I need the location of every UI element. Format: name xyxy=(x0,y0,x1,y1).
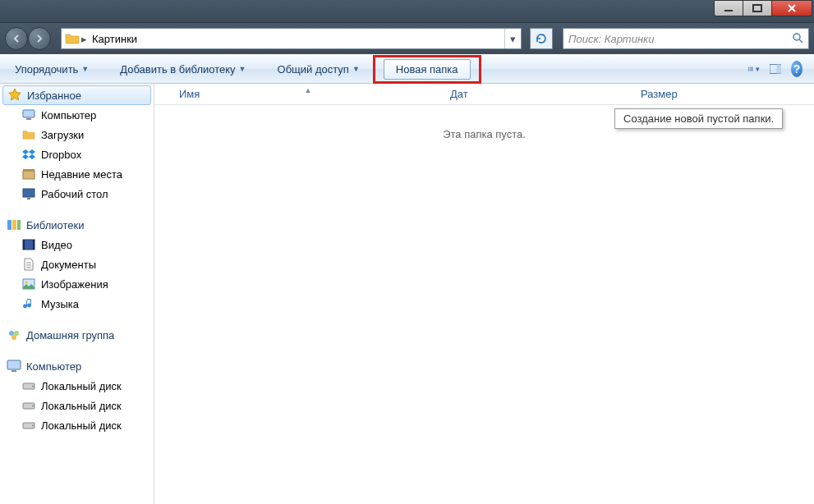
document-icon xyxy=(21,257,36,272)
sidebar-item-local-disk-2[interactable]: Локальный диск xyxy=(0,415,154,435)
folder-icon xyxy=(21,127,36,142)
forward-button[interactable] xyxy=(28,27,51,50)
toolbar: Упорядочить▼ Добавить в библиотеку▼ Общи… xyxy=(0,54,814,84)
svg-rect-30 xyxy=(11,370,16,372)
homegroup-heading[interactable]: Домашняя группа xyxy=(0,325,154,345)
libraries-icon xyxy=(7,218,21,232)
empty-folder-message: Эта папка пуста. xyxy=(154,128,814,140)
help-button[interactable]: ? xyxy=(788,60,806,78)
new-folder-tooltip: Создание новой пустой папки. xyxy=(614,108,783,129)
homegroup-icon xyxy=(7,328,21,342)
share-menu[interactable]: Общий доступ▼ xyxy=(271,60,366,79)
svg-point-2 xyxy=(793,34,800,40)
help-icon: ? xyxy=(791,61,803,77)
column-headers: Имя ▲ Дат Размер xyxy=(154,84,814,105)
address-bar[interactable]: ▸ Картинки ▾ xyxy=(61,28,522,49)
close-button[interactable] xyxy=(771,0,812,16)
sidebar-item-recent[interactable]: Недавние места xyxy=(0,164,154,184)
sidebar-item-music[interactable]: Музыка xyxy=(0,294,154,314)
add-to-library-menu[interactable]: Добавить в библиотеку▼ xyxy=(113,60,252,79)
breadcrumb[interactable]: Картинки xyxy=(89,33,140,45)
preview-pane-button[interactable] xyxy=(766,60,784,78)
svg-line-3 xyxy=(799,39,803,43)
svg-rect-0 xyxy=(724,10,733,11)
svg-rect-29 xyxy=(7,360,21,369)
body: Избранное Компьютер Загрузки Dropbox Нед… xyxy=(0,84,814,504)
titlebar xyxy=(0,0,814,23)
svg-rect-4 xyxy=(748,67,749,68)
sidebar-item-pictures[interactable]: Изображения xyxy=(0,274,154,294)
window-controls xyxy=(715,0,812,16)
drive-icon xyxy=(21,398,36,413)
svg-rect-21 xyxy=(23,240,34,250)
drive-icon xyxy=(21,378,36,393)
svg-point-34 xyxy=(32,405,34,407)
search-icon xyxy=(792,32,803,46)
svg-point-36 xyxy=(32,425,34,427)
refresh-button[interactable] xyxy=(530,28,553,49)
svg-rect-9 xyxy=(750,71,753,71)
svg-rect-8 xyxy=(748,71,749,71)
libraries-heading[interactable]: Библиотеки xyxy=(0,215,154,235)
svg-rect-22 xyxy=(23,240,25,250)
svg-rect-19 xyxy=(12,220,16,230)
drive-icon xyxy=(21,418,36,433)
libraries-group: Библиотеки Видео Документы Изображения М… xyxy=(0,215,154,314)
svg-rect-15 xyxy=(23,169,34,172)
breadcrumb-separator: ▸ xyxy=(80,33,89,45)
explorer-window: ▸ Картинки ▾ Поиск: Картинки Упорядочить… xyxy=(0,0,814,504)
column-size[interactable]: Размер xyxy=(608,88,814,100)
svg-rect-11 xyxy=(777,65,781,74)
folder-icon xyxy=(65,31,80,46)
computer-group: Компьютер Локальный диск Локальный диск … xyxy=(0,356,154,435)
sidebar-item-local-disk-1[interactable]: Локальный диск xyxy=(0,396,154,415)
computer-icon xyxy=(21,108,36,122)
svg-rect-7 xyxy=(750,69,753,70)
dropbox-icon xyxy=(21,147,36,162)
search-placeholder: Поиск: Картинки xyxy=(568,33,654,45)
new-folder-highlight: Новая папка xyxy=(373,55,481,84)
svg-point-25 xyxy=(25,282,28,284)
navigation-bar: ▸ Картинки ▾ Поиск: Картинки xyxy=(0,23,814,54)
sidebar-item-dropbox[interactable]: Dropbox xyxy=(0,144,154,164)
search-input[interactable]: Поиск: Картинки xyxy=(563,28,809,49)
sort-indicator-icon: ▲ xyxy=(305,86,312,94)
svg-point-26 xyxy=(9,331,14,336)
column-date[interactable]: Дат xyxy=(444,88,608,100)
column-name[interactable]: Имя ▲ xyxy=(172,88,444,100)
sidebar-item-local-disk-0[interactable]: Локальный диск xyxy=(0,376,154,396)
recent-icon xyxy=(21,167,36,181)
desktop-icon xyxy=(21,186,36,201)
svg-rect-5 xyxy=(750,67,753,68)
svg-point-27 xyxy=(14,331,19,336)
organize-menu[interactable]: Упорядочить▼ xyxy=(8,60,95,79)
maximize-button[interactable] xyxy=(743,0,772,16)
svg-rect-6 xyxy=(748,69,749,70)
video-icon xyxy=(21,237,36,252)
computer-icon xyxy=(7,359,21,373)
homegroup-group: Домашняя группа xyxy=(0,325,154,345)
sidebar-item-computer-fav[interactable]: Компьютер xyxy=(0,105,154,125)
sidebar-item-videos[interactable]: Видео xyxy=(0,235,154,254)
svg-rect-13 xyxy=(26,118,31,120)
svg-rect-23 xyxy=(33,240,34,250)
computer-heading[interactable]: Компьютер xyxy=(0,356,154,376)
new-folder-button[interactable]: Новая папка xyxy=(384,59,471,80)
music-icon xyxy=(21,296,36,311)
navigation-pane: Избранное Компьютер Загрузки Dropbox Нед… xyxy=(0,84,154,504)
sidebar-item-documents[interactable]: Документы xyxy=(0,254,154,274)
address-dropdown[interactable]: ▾ xyxy=(504,29,521,48)
svg-point-32 xyxy=(32,386,34,387)
favorites-group: Избранное Компьютер Загрузки Dropbox Нед… xyxy=(0,85,154,204)
view-options-button[interactable] xyxy=(745,60,763,78)
svg-rect-1 xyxy=(753,5,761,11)
sidebar-item-downloads[interactable]: Загрузки xyxy=(0,125,154,144)
back-button[interactable] xyxy=(5,27,28,50)
minimize-button[interactable] xyxy=(714,0,743,16)
content-pane: Имя ▲ Дат Размер Создание новой пустой п… xyxy=(154,84,814,504)
sidebar-item-desktop[interactable]: Рабочий стол xyxy=(0,184,154,204)
favorites-heading[interactable]: Избранное xyxy=(2,85,151,105)
svg-rect-16 xyxy=(23,189,34,197)
svg-rect-18 xyxy=(7,220,11,230)
svg-rect-14 xyxy=(23,171,34,179)
